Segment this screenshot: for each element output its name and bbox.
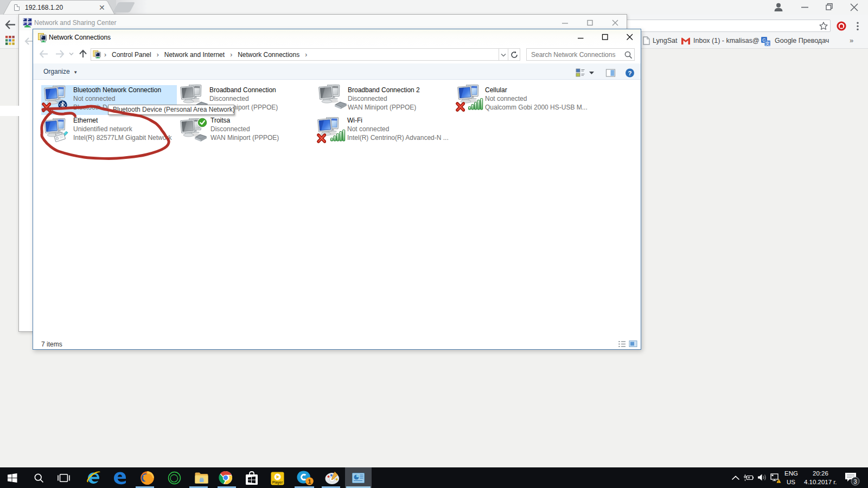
svg-text:Player: Player — [272, 480, 283, 485]
svg-text:文: 文 — [765, 41, 770, 46]
svg-text:1: 1 — [308, 478, 311, 485]
svg-text:?: ? — [628, 70, 631, 76]
svg-text:3: 3 — [853, 478, 857, 485]
